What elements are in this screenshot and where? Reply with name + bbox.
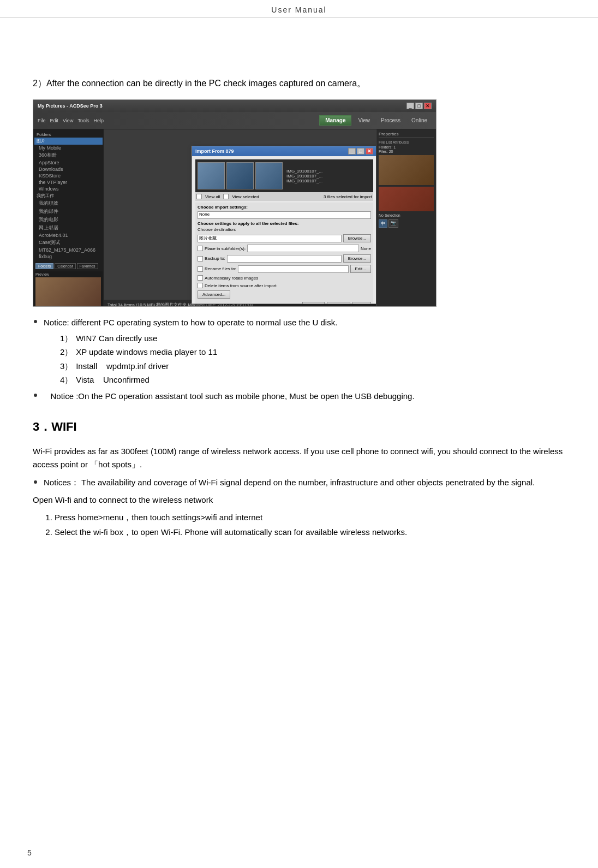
- preview-label: Preview: [35, 272, 101, 276]
- wifi-steps: Press home>menu，then touch settings>wifi…: [33, 510, 565, 539]
- file-list-label: File List Attributes: [379, 140, 434, 144]
- import-dialog[interactable]: Import From 879 _ □ ✕: [192, 146, 376, 304]
- menu-edit[interactable]: Edit: [50, 118, 59, 123]
- menu-view[interactable]: View: [63, 118, 73, 123]
- sub-item-1: 1） WIN7 Can directly use: [60, 331, 565, 346]
- unconfirmed-text: Unconfirmed: [103, 375, 150, 384]
- delete-check[interactable]: [198, 283, 203, 288]
- sub-num-1: 1）: [60, 331, 74, 346]
- right-thumb-2: [379, 187, 434, 211]
- sub-list: 1） WIN7 Can directly use 2） XP update wi…: [44, 331, 565, 387]
- page-header: User Manual: [0, 0, 598, 18]
- menu-help[interactable]: Help: [93, 118, 104, 123]
- sidebar-myjob[interactable]: 我的职效: [34, 199, 103, 207]
- import-btn[interactable]: Import: [302, 302, 325, 304]
- tab-calendar[interactable]: Calendar: [55, 263, 75, 269]
- sidebar-windows[interactable]: Windows: [34, 186, 103, 192]
- viewall-check[interactable]: [196, 194, 202, 199]
- wifi-step-1-text: Press home>menu，then touch settings>wifi…: [55, 513, 262, 522]
- screenshot-inner: My Pictures - ACDSee Pro 3 _ □ ✕ File Ed…: [33, 100, 436, 306]
- wifi-open-text: Open Wi-fi and to connect to the wireles…: [33, 494, 565, 507]
- rename-label: Rename files to:: [205, 266, 236, 271]
- dialog-buttons: Import Cancel Help: [198, 302, 371, 304]
- dialog-min[interactable]: _: [348, 148, 356, 154]
- sidebar-mymail[interactable]: 我的邮件: [34, 207, 103, 216]
- autorotate-label: Automatically rotate images: [205, 276, 258, 281]
- screenshot-box: My Pictures - ACDSee Pro 3 _ □ ✕ File Ed…: [33, 99, 436, 307]
- sub-text-2: XP update windows media player to 11: [76, 347, 217, 356]
- bullet-dot-2: [34, 394, 37, 397]
- dest-settings-label: Choose settings to apply to all the sele…: [198, 221, 371, 226]
- dialog-max[interactable]: □: [357, 148, 364, 154]
- autorotate-check[interactable]: [198, 275, 203, 281]
- sidebar-player[interactable]: the VTPlayer: [34, 179, 103, 186]
- viewsel-check[interactable]: [223, 194, 229, 199]
- browse-btn[interactable]: Browse...: [343, 234, 371, 242]
- sidebar-mobile[interactable]: My Mobile: [34, 145, 103, 151]
- sidebar-mypics[interactable]: 图片: [34, 138, 103, 145]
- cancel-btn[interactable]: Cancel: [327, 302, 350, 304]
- backup-input[interactable]: [227, 255, 342, 263]
- menu-tools[interactable]: Tools: [77, 118, 89, 123]
- dialog-content: IMG_20100107_... IMG_20100107_... IMG_20…: [192, 156, 376, 304]
- sidebar-appstore[interactable]: AppStore: [34, 159, 103, 166]
- sidebar-tabs: Folders Calendar Favorites: [34, 262, 103, 270]
- process-button[interactable]: Process: [376, 116, 405, 125]
- win-controls[interactable]: _ □ ✕: [406, 103, 432, 109]
- backup-check[interactable]: [198, 256, 203, 261]
- sidebar-360[interactable]: 360相册: [34, 151, 103, 159]
- settings-row: None: [198, 211, 371, 219]
- settings-label: Choose import settings:: [198, 205, 371, 210]
- help-btn[interactable]: Help: [352, 302, 371, 304]
- no-selection-label: No Selection: [379, 213, 434, 217]
- right-panel: Properties File List Attributes Folders:…: [376, 129, 436, 307]
- sidebar-myfavorite[interactable]: 我的电影: [34, 216, 103, 224]
- wifi-open-wifi: Open Wi-fi and to connect to the wireles…: [33, 495, 213, 504]
- online-button[interactable]: Online: [407, 116, 432, 125]
- dialog-title: Import From 879: [195, 148, 234, 154]
- zh-btn[interactable]: 中: [379, 219, 387, 228]
- subfolder-input[interactable]: [247, 245, 359, 252]
- wifi-section: 3．WIFI Wi-Fi provides as far as 300feet …: [33, 419, 565, 539]
- viewall-label: View all: [205, 194, 220, 199]
- wifi-notice-item: Notices： The availability and coverage o…: [33, 477, 565, 489]
- minimize-btn[interactable]: _: [406, 103, 414, 109]
- wifi-para-text: Wi-Fi provides as far as 300feet (100M) …: [33, 447, 563, 469]
- dialog-win-controls[interactable]: _ □ ✕: [348, 148, 373, 154]
- thumb-3: [255, 162, 283, 189]
- sidebar-acdsee[interactable]: AcroMet:4.01: [34, 232, 103, 239]
- bullet-section: Notice: different PC operating system to…: [33, 317, 565, 402]
- edit-btn[interactable]: Edit...: [350, 265, 371, 273]
- wifi-title: 3．WIFI: [33, 419, 565, 435]
- camera-icon[interactable]: 📷: [388, 219, 398, 228]
- bullet-dot-1: [34, 320, 37, 323]
- browse-btn-2[interactable]: Browse...: [343, 254, 371, 263]
- manage-button[interactable]: Manage: [319, 115, 351, 126]
- sidebar-mywork[interactable]: 我的工作: [34, 192, 103, 199]
- sidebar-downloads[interactable]: Downloads: [34, 166, 103, 173]
- main-toolbar: File Edit View Tools Help Manage View Pr…: [33, 112, 436, 129]
- sidebar-fixbug[interactable]: fixbug: [34, 253, 103, 260]
- tab-favorites[interactable]: Favorites: [77, 263, 98, 269]
- view-button[interactable]: View: [354, 116, 374, 125]
- close-btn[interactable]: ✕: [424, 103, 432, 109]
- sidebar-ksd[interactable]: KSDStore: [34, 173, 103, 179]
- rename-check[interactable]: [198, 266, 203, 272]
- tab-folders[interactable]: Folders: [35, 263, 53, 269]
- subfolder-check[interactable]: [198, 246, 203, 251]
- rename-input[interactable]: [238, 265, 349, 273]
- maximize-btn[interactable]: □: [415, 103, 423, 109]
- viewsel-label: View selected: [232, 194, 259, 199]
- preview-image: [35, 277, 101, 307]
- acdsee-menu: File Edit View Tools Help: [38, 118, 104, 123]
- wifi-notices-label: Notices：: [44, 478, 79, 487]
- dest-input[interactable]: 图片收藏: [198, 235, 342, 242]
- advanced-btn[interactable]: Advanced...: [198, 290, 230, 299]
- sidebar-cloud[interactable]: 网上邻居: [34, 224, 103, 232]
- dialog-close[interactable]: ✕: [366, 148, 373, 154]
- sub-item-3: 3） Install wpdmtp.inf driver: [60, 359, 565, 373]
- menu-file[interactable]: File: [38, 118, 46, 123]
- settings-dropdown[interactable]: None: [198, 211, 371, 219]
- sidebar-case[interactable]: Case测试: [34, 239, 103, 247]
- sidebar-mt6m[interactable]: MT62_M175_M027_A066: [34, 247, 103, 253]
